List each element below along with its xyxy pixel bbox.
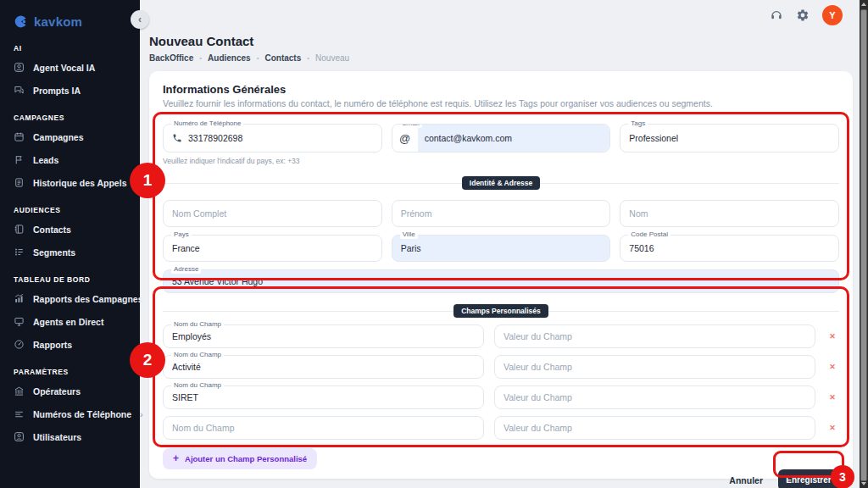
tags-input[interactable] xyxy=(629,133,830,143)
sidebar-item-label: Agent Vocal IA xyxy=(33,63,95,73)
breadcrumb-backoffice[interactable]: BackOffice xyxy=(149,53,193,63)
custom-value-field[interactable] xyxy=(494,324,815,348)
nom-complet-field[interactable] xyxy=(163,200,382,227)
custom-name-field[interactable] xyxy=(163,416,484,440)
brand-logo[interactable]: kavkom xyxy=(0,10,140,32)
ville-field[interactable]: Ville xyxy=(392,235,611,262)
pays-field-label: Pays xyxy=(171,230,192,239)
sidebar-collapse-button[interactable]: ‹ xyxy=(131,10,149,29)
breadcrumb-contacts[interactable]: Contacts xyxy=(264,53,301,63)
custom-fields-divider: Champs Personnalisés xyxy=(163,304,839,318)
custom-field-row: Nom du Champ ✕ xyxy=(163,324,839,348)
sidebar-item-label: Opérateurs xyxy=(33,386,81,396)
nom-field[interactable] xyxy=(620,200,839,227)
monitor-icon xyxy=(14,316,25,327)
custom-name-field[interactable]: Nom du Champ xyxy=(163,355,484,379)
scrollbar-thumb[interactable] xyxy=(860,9,867,481)
custom-value-input[interactable] xyxy=(504,331,806,341)
sidebar-section-tableau-de-bord: TABLEAU DE BORD xyxy=(14,275,140,284)
prenom-input[interactable] xyxy=(401,208,602,219)
list-icon xyxy=(14,408,25,419)
custom-name-input[interactable] xyxy=(172,331,475,341)
save-button[interactable]: Enregistrer xyxy=(778,469,839,488)
adresse-input[interactable] xyxy=(172,276,830,286)
sidebar-item-rapports-campagnes[interactable]: Rapports des Campagnes xyxy=(0,287,140,310)
contacts-book-icon xyxy=(14,224,25,235)
nom-input[interactable] xyxy=(629,208,830,219)
email-input[interactable] xyxy=(425,133,604,143)
remove-field-icon[interactable]: ✕ xyxy=(826,332,839,341)
custom-name-field[interactable]: Nom du Champ xyxy=(163,385,484,409)
gauge-icon xyxy=(14,339,25,350)
custom-value-field[interactable] xyxy=(494,385,815,409)
code-postal-field[interactable]: Code Postal xyxy=(620,235,839,262)
sidebar-item-operateurs[interactable]: Opérateurs xyxy=(0,380,140,402)
document-icon xyxy=(14,177,25,188)
ville-input[interactable] xyxy=(401,243,602,253)
tags-field[interactable]: Tags xyxy=(620,124,839,152)
tags-field-label: Tags xyxy=(628,119,648,128)
email-field[interactable]: Email @ xyxy=(392,124,611,152)
sidebar-item-segments[interactable]: Segments xyxy=(0,241,140,263)
headset-icon[interactable] xyxy=(770,8,783,22)
sidebar-item-leads[interactable]: Leads xyxy=(0,148,140,171)
at-icon: @ xyxy=(392,132,418,145)
main-content: Y Nouveau Contact BackOffice • Audiences… xyxy=(140,0,868,488)
sidebar-item-agent-vocal-ia[interactable]: Agent Vocal IA xyxy=(0,56,140,79)
sidebar-item-label: Prompts IA xyxy=(33,86,81,96)
pays-field[interactable]: Pays xyxy=(163,235,382,262)
sidebar-item-contacts[interactable]: Contacts xyxy=(0,218,140,241)
chevron-right-icon: › xyxy=(140,409,143,419)
add-custom-field-label: Ajouter un Champ Personnalisé xyxy=(185,454,307,463)
remove-field-icon[interactable]: ✕ xyxy=(826,424,839,432)
custom-value-field[interactable] xyxy=(494,355,815,379)
scrollbar[interactable] xyxy=(860,0,868,488)
add-custom-field-button[interactable]: + Ajouter un Champ Personnalisé xyxy=(163,448,317,469)
scroll-down-icon[interactable] xyxy=(861,482,866,485)
custom-name-label: Nom du Champ xyxy=(171,351,224,359)
email-field-label: Email xyxy=(400,124,422,128)
phone-field-label: Numéro de Téléphone xyxy=(171,119,243,128)
dot-separator-icon: • xyxy=(307,54,309,62)
user-avatar[interactable]: Y xyxy=(822,5,843,25)
nom-complet-input[interactable] xyxy=(172,208,373,219)
sidebar-item-campagnes[interactable]: Campagnes xyxy=(0,125,140,148)
adresse-field[interactable]: Adresse xyxy=(163,269,839,293)
phone-field[interactable]: Numéro de Téléphone xyxy=(163,124,382,152)
custom-name-input[interactable] xyxy=(172,362,475,372)
sidebar-item-rapports[interactable]: Rapports xyxy=(0,333,140,356)
cancel-button[interactable]: Annuler xyxy=(726,470,766,488)
custom-value-input[interactable] xyxy=(504,392,806,402)
custom-name-field[interactable]: Nom du Champ xyxy=(163,324,484,348)
remove-field-icon[interactable]: ✕ xyxy=(826,363,839,371)
sidebar-item-agents-en-direct[interactable]: Agents en Direct xyxy=(0,310,140,333)
sidebar-item-numeros-telephone[interactable]: Numéros de Téléphone › xyxy=(0,402,140,425)
code-postal-input[interactable] xyxy=(629,243,830,253)
scroll-up-icon[interactable] xyxy=(861,3,866,6)
custom-name-input[interactable] xyxy=(172,423,475,433)
chart-icon xyxy=(14,293,25,304)
breadcrumb-nouveau: Nouveau xyxy=(315,53,349,63)
pays-input[interactable] xyxy=(172,243,373,253)
sidebar-item-label: Utilisateurs xyxy=(33,432,81,442)
breadcrumb-audiences[interactable]: Audiences xyxy=(208,53,251,63)
custom-value-input[interactable] xyxy=(504,362,806,372)
phone-input[interactable] xyxy=(188,133,373,143)
sidebar-item-historique-appels[interactable]: Historique des Appels xyxy=(0,171,140,194)
custom-value-field[interactable] xyxy=(494,416,815,440)
sidebar-section-parametres: PARAMÈTRES xyxy=(14,368,140,376)
breadcrumb: BackOffice • Audiences • Contacts • Nouv… xyxy=(149,53,853,63)
form-section-subtitle: Veuillez fournir les informations du con… xyxy=(163,98,839,108)
sidebar-item-label: Historique des Appels xyxy=(33,178,126,188)
sidebar-item-prompts-ia[interactable]: Prompts IA xyxy=(0,79,140,102)
custom-value-input[interactable] xyxy=(504,423,806,433)
remove-field-icon[interactable]: ✕ xyxy=(826,393,839,402)
gear-icon[interactable] xyxy=(796,8,810,22)
prenom-field[interactable] xyxy=(392,200,611,227)
phone-icon xyxy=(172,133,182,143)
sidebar-item-utilisateurs[interactable]: Utilisateurs xyxy=(0,425,140,448)
identity-divider: Identité & Adresse xyxy=(163,176,839,190)
kavkom-logo-icon xyxy=(14,14,28,29)
custom-name-input[interactable] xyxy=(172,392,475,402)
topbar: Y xyxy=(149,0,853,30)
